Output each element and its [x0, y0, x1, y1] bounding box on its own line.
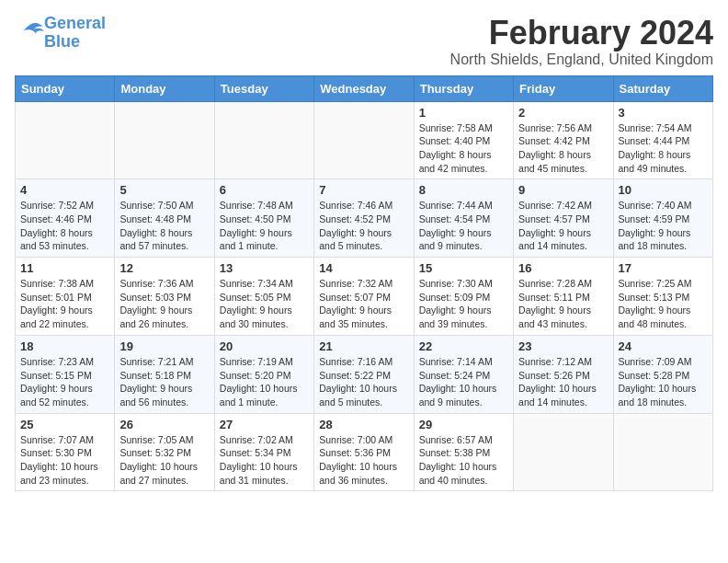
- day-number: 20: [220, 339, 309, 353]
- day-number: 11: [20, 261, 109, 275]
- calendar-cell: 24Sunrise: 7:09 AM Sunset: 5:28 PM Dayli…: [613, 335, 712, 413]
- calendar-cell: 14Sunrise: 7:32 AM Sunset: 5:07 PM Dayli…: [314, 258, 414, 336]
- day-info: Sunrise: 7:30 AM Sunset: 5:09 PM Dayligh…: [419, 277, 508, 331]
- day-number: 24: [619, 339, 708, 353]
- day-info: Sunrise: 7:44 AM Sunset: 4:54 PM Dayligh…: [419, 199, 508, 253]
- calendar-cell: 16Sunrise: 7:28 AM Sunset: 5:11 PM Dayli…: [514, 258, 613, 336]
- calendar-cell: 3Sunrise: 7:54 AM Sunset: 4:44 PM Daylig…: [613, 101, 712, 179]
- day-number: 12: [119, 261, 209, 275]
- calendar-cell: 19Sunrise: 7:21 AM Sunset: 5:18 PM Dayli…: [115, 335, 214, 413]
- weekday-friday: Friday: [514, 75, 613, 101]
- day-number: 10: [619, 183, 708, 197]
- day-number: 16: [518, 261, 608, 275]
- day-info: Sunrise: 7:42 AM Sunset: 4:57 PM Dayligh…: [518, 199, 608, 253]
- day-info: Sunrise: 7:21 AM Sunset: 5:18 PM Dayligh…: [119, 355, 209, 409]
- calendar-cell: 17Sunrise: 7:25 AM Sunset: 5:13 PM Dayli…: [613, 258, 712, 336]
- day-info: Sunrise: 7:25 AM Sunset: 5:13 PM Dayligh…: [619, 277, 708, 331]
- day-number: 21: [319, 339, 408, 353]
- calendar-cell: 20Sunrise: 7:19 AM Sunset: 5:20 PM Dayli…: [214, 335, 313, 413]
- day-info: Sunrise: 7:36 AM Sunset: 5:03 PM Dayligh…: [119, 277, 209, 331]
- calendar-cell: 2Sunrise: 7:56 AM Sunset: 4:42 PM Daylig…: [514, 101, 613, 179]
- day-number: 6: [220, 183, 309, 197]
- calendar-cell: 1Sunrise: 7:58 AM Sunset: 4:40 PM Daylig…: [414, 101, 513, 179]
- logo-line2: Blue: [44, 33, 106, 52]
- weekday-tuesday: Tuesday: [214, 75, 313, 101]
- calendar-cell: 7Sunrise: 7:46 AM Sunset: 4:52 PM Daylig…: [314, 179, 414, 258]
- day-number: 17: [619, 261, 708, 275]
- day-info: Sunrise: 7:07 AM Sunset: 5:30 PM Dayligh…: [20, 433, 109, 488]
- calendar-cell: 25Sunrise: 7:07 AM Sunset: 5:30 PM Dayli…: [16, 413, 115, 491]
- day-info: Sunrise: 7:14 AM Sunset: 5:24 PM Dayligh…: [419, 355, 508, 409]
- calendar-cell: [514, 413, 613, 491]
- week-row-2: 4Sunrise: 7:52 AM Sunset: 4:46 PM Daylig…: [16, 179, 713, 258]
- calendar-body: 1Sunrise: 7:58 AM Sunset: 4:40 PM Daylig…: [16, 101, 713, 491]
- day-number: 22: [419, 339, 508, 353]
- calendar-cell: 27Sunrise: 7:02 AM Sunset: 5:34 PM Dayli…: [214, 413, 313, 491]
- calendar-cell: 28Sunrise: 7:00 AM Sunset: 5:36 PM Dayli…: [314, 413, 414, 491]
- day-number: 3: [619, 106, 708, 120]
- day-info: Sunrise: 7:32 AM Sunset: 5:07 PM Dayligh…: [319, 277, 408, 331]
- day-number: 15: [419, 261, 508, 275]
- week-row-4: 18Sunrise: 7:23 AM Sunset: 5:15 PM Dayli…: [16, 335, 713, 413]
- day-info: Sunrise: 7:00 AM Sunset: 5:36 PM Dayligh…: [319, 433, 408, 488]
- calendar-cell: 23Sunrise: 7:12 AM Sunset: 5:26 PM Dayli…: [514, 335, 613, 413]
- week-row-3: 11Sunrise: 7:38 AM Sunset: 5:01 PM Dayli…: [16, 258, 713, 336]
- day-info: Sunrise: 7:40 AM Sunset: 4:59 PM Dayligh…: [619, 199, 708, 253]
- day-number: 7: [319, 183, 408, 197]
- weekday-monday: Monday: [115, 75, 214, 101]
- calendar-cell: 8Sunrise: 7:44 AM Sunset: 4:54 PM Daylig…: [414, 179, 513, 258]
- day-number: 18: [20, 339, 109, 353]
- calendar-cell: 4Sunrise: 7:52 AM Sunset: 4:46 PM Daylig…: [16, 179, 115, 258]
- calendar-cell: [613, 413, 712, 491]
- logo-line1: General: [44, 15, 106, 33]
- day-info: Sunrise: 7:19 AM Sunset: 5:20 PM Dayligh…: [220, 355, 309, 409]
- day-info: Sunrise: 7:38 AM Sunset: 5:01 PM Dayligh…: [20, 277, 109, 331]
- day-number: 13: [220, 261, 309, 275]
- weekday-thursday: Thursday: [414, 75, 513, 101]
- calendar-cell: 29Sunrise: 6:57 AM Sunset: 5:38 PM Dayli…: [414, 413, 513, 491]
- weekday-saturday: Saturday: [613, 75, 712, 101]
- calendar-cell: 5Sunrise: 7:50 AM Sunset: 4:48 PM Daylig…: [115, 179, 214, 258]
- day-number: 26: [119, 418, 209, 431]
- day-number: 4: [20, 183, 109, 197]
- day-number: 29: [419, 418, 508, 431]
- day-number: 14: [319, 261, 408, 275]
- day-info: Sunrise: 7:12 AM Sunset: 5:26 PM Dayligh…: [518, 355, 608, 409]
- day-info: Sunrise: 7:02 AM Sunset: 5:34 PM Dayligh…: [220, 433, 309, 488]
- calendar-cell: 15Sunrise: 7:30 AM Sunset: 5:09 PM Dayli…: [414, 258, 513, 336]
- day-number: 5: [119, 183, 209, 197]
- page-header: General Blue February 2024 North Shields…: [15, 15, 713, 68]
- calendar-cell: 18Sunrise: 7:23 AM Sunset: 5:15 PM Dayli…: [16, 335, 115, 413]
- day-info: Sunrise: 7:05 AM Sunset: 5:32 PM Dayligh…: [119, 433, 209, 488]
- calendar-cell: 12Sunrise: 7:36 AM Sunset: 5:03 PM Dayli…: [115, 258, 214, 336]
- calendar-cell: [314, 101, 414, 179]
- logo: General Blue: [15, 15, 106, 52]
- day-info: Sunrise: 7:28 AM Sunset: 5:11 PM Dayligh…: [518, 277, 608, 331]
- calendar-subtitle: North Shields, England, United Kingdom: [450, 52, 713, 68]
- day-info: Sunrise: 7:16 AM Sunset: 5:22 PM Dayligh…: [319, 355, 408, 409]
- day-number: 8: [419, 183, 508, 197]
- title-block: February 2024 North Shields, England, Un…: [450, 15, 713, 68]
- weekday-wednesday: Wednesday: [314, 75, 414, 101]
- day-info: Sunrise: 6:57 AM Sunset: 5:38 PM Dayligh…: [419, 433, 508, 488]
- day-info: Sunrise: 7:46 AM Sunset: 4:52 PM Dayligh…: [319, 199, 408, 253]
- day-number: 9: [518, 183, 608, 197]
- day-info: Sunrise: 7:58 AM Sunset: 4:40 PM Dayligh…: [419, 121, 508, 176]
- calendar-cell: 21Sunrise: 7:16 AM Sunset: 5:22 PM Dayli…: [314, 335, 414, 413]
- calendar-cell: 10Sunrise: 7:40 AM Sunset: 4:59 PM Dayli…: [613, 179, 712, 258]
- day-number: 23: [518, 339, 608, 353]
- day-number: 28: [319, 418, 408, 431]
- logo-bird-icon: [17, 20, 44, 42]
- calendar-table: SundayMondayTuesdayWednesdayThursdayFrid…: [15, 75, 713, 492]
- calendar-cell: 6Sunrise: 7:48 AM Sunset: 4:50 PM Daylig…: [214, 179, 313, 258]
- day-info: Sunrise: 7:23 AM Sunset: 5:15 PM Dayligh…: [20, 355, 109, 409]
- day-info: Sunrise: 7:52 AM Sunset: 4:46 PM Dayligh…: [20, 199, 109, 253]
- day-info: Sunrise: 7:09 AM Sunset: 5:28 PM Dayligh…: [619, 355, 708, 409]
- calendar-cell: [115, 101, 214, 179]
- calendar-cell: [16, 101, 115, 179]
- weekday-sunday: Sunday: [16, 75, 115, 101]
- calendar-cell: 26Sunrise: 7:05 AM Sunset: 5:32 PM Dayli…: [115, 413, 214, 491]
- week-row-5: 25Sunrise: 7:07 AM Sunset: 5:30 PM Dayli…: [16, 413, 713, 491]
- calendar-title: February 2024: [450, 15, 713, 52]
- calendar-cell: 13Sunrise: 7:34 AM Sunset: 5:05 PM Dayli…: [214, 258, 313, 336]
